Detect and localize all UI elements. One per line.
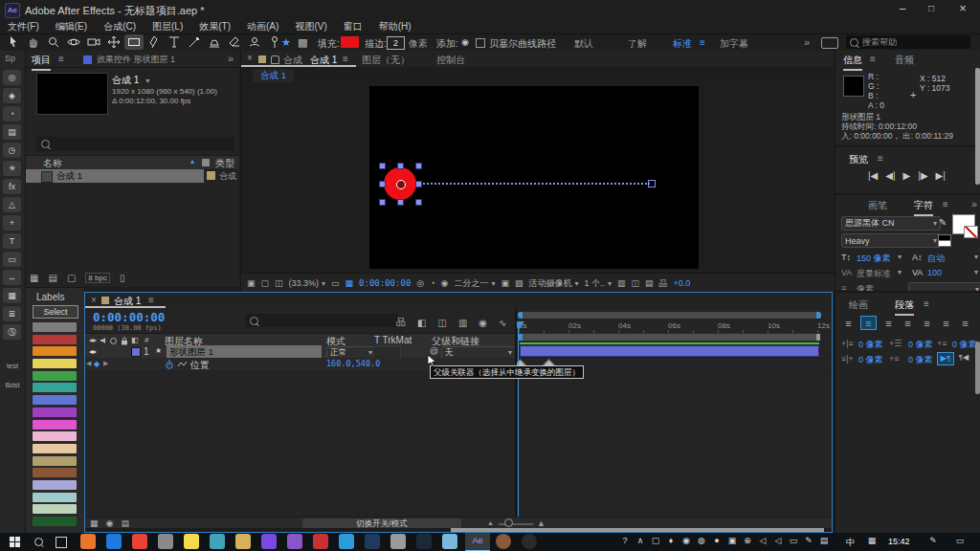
text-stroke-swatch[interactable] (964, 226, 978, 238)
taskbar-app-folder[interactable] (235, 534, 251, 549)
tab-info[interactable]: 信息 (843, 54, 862, 71)
comp-tab-close-icon[interactable]: × (247, 53, 253, 63)
timeline-panel-menu-icon[interactable]: ≡ (148, 295, 154, 305)
comp-panel-menu-icon[interactable]: ≡ (343, 54, 348, 64)
maximize-button[interactable]: □ (917, 0, 946, 19)
first-line-indent-value[interactable]: 0 像素 (858, 354, 883, 366)
tray-window-icon[interactable]: ▢ (649, 536, 662, 545)
taskbar-app-vscode[interactable] (339, 534, 354, 549)
property-name[interactable]: 位置 (190, 359, 210, 372)
shape-star-icon[interactable]: ★ (281, 36, 291, 49)
strip-stack-icon[interactable]: ≣ (3, 306, 21, 321)
menu-item[interactable]: 动画(A) (247, 20, 278, 33)
selection-handle[interactable] (415, 163, 422, 169)
labels-select-button[interactable]: Select (33, 305, 78, 319)
tray-help-icon[interactable]: ? (618, 536, 632, 545)
preview-panel-menu-icon[interactable]: ≡ (878, 153, 883, 164)
dock-scrollbar-bottom[interactable] (975, 342, 980, 394)
label-color-swatch[interactable] (33, 383, 77, 392)
add-label[interactable]: 添加: (436, 37, 458, 51)
project-row-comp[interactable]: 合成 1 合成 (26, 169, 239, 183)
taskbar-app-flame[interactable] (287, 534, 302, 549)
work-area-bar[interactable] (518, 333, 821, 342)
tray-mic-icon[interactable]: ♦ (664, 536, 678, 545)
label-color-swatch[interactable] (33, 504, 77, 514)
label-color-swatch[interactable] (33, 456, 77, 466)
channel-icon[interactable]: ◉ (441, 278, 449, 288)
navigator-start-handle[interactable] (518, 312, 523, 319)
roto-brush-tool[interactable] (245, 34, 264, 50)
project-col-type[interactable]: 类型 (215, 157, 234, 170)
selection-handle[interactable] (379, 181, 386, 187)
label-color-swatch[interactable] (33, 395, 77, 405)
view-layout-dropdown[interactable]: 1 个..▾ (585, 277, 612, 290)
tracking-value[interactable]: 100 (927, 268, 942, 277)
tray-pen-icon[interactable]: ✎ (926, 536, 940, 545)
tab-paint[interactable]: 绘画 (849, 298, 868, 312)
time-ruler[interactable]: 0s02s04s06s08s10s12s (519, 321, 832, 330)
pixel-aspect-icon[interactable]: ▥ (617, 278, 626, 288)
character-overflow-icon[interactable]: » (971, 198, 977, 209)
project-tab-overflow-icon[interactable]: » (228, 53, 234, 64)
layer-row[interactable]: 1 ★ 形状图层 1 正常▾ @ 无▾ (85, 345, 515, 359)
navigator-end-handle[interactable] (816, 312, 821, 319)
fast-previews-icon[interactable]: ◫ (632, 278, 640, 288)
comp-mini-flowchart-icon[interactable]: 品 (396, 316, 406, 329)
label-color-swatch[interactable] (33, 359, 77, 368)
tray-network-icon[interactable]: ⊕ (741, 536, 754, 545)
label-color-swatch[interactable] (33, 444, 77, 453)
layer-color-swatch[interactable] (131, 347, 141, 357)
timeline-button-icon[interactable]: ▤ (645, 278, 654, 288)
tray-notification-icon[interactable]: ▭ (953, 536, 967, 545)
stroke-width-field[interactable]: 2 (387, 36, 405, 50)
motion-path-end-keyframe[interactable] (648, 180, 656, 187)
taskbar-app-notes[interactable] (184, 534, 199, 549)
tab-preview[interactable]: 预览 (849, 153, 868, 166)
camera-dropdown[interactable]: 活动摄像机▾ (529, 277, 579, 290)
zoom-in-mountain-icon[interactable]: ▲ (537, 518, 546, 528)
layer-name[interactable]: 形状图层 1 (167, 345, 213, 358)
new-comp-icon[interactable]: ▢ (67, 273, 76, 283)
property-value[interactable]: 160.0,540.0 (326, 359, 380, 368)
tab-character[interactable]: 字符 (914, 199, 933, 216)
menu-item[interactable]: 图层(L) (152, 20, 183, 33)
expand-inout-icon[interactable]: ◉ (106, 518, 114, 528)
stroke-unit-value[interactable]: 像素 (857, 283, 874, 291)
label-color-swatch[interactable] (33, 322, 77, 332)
layer-visibility-icon[interactable] (88, 348, 98, 356)
next-keyframe-icon[interactable]: ▶ (103, 360, 108, 367)
timeline-hscroll-thumb[interactable] (451, 528, 824, 532)
selection-handle[interactable] (379, 199, 386, 206)
tray-battery-icon[interactable]: ▭ (787, 536, 800, 545)
pan-behind-tool[interactable] (104, 34, 123, 50)
strip-layers-icon[interactable]: ▤ (3, 124, 21, 140)
current-time-indicator[interactable] (518, 321, 519, 517)
taskbar-app-after-effects[interactable]: Ae (465, 533, 490, 551)
time-navigator[interactable] (518, 312, 821, 319)
grid-guides-icon[interactable]: ▨ (515, 278, 523, 288)
work-area-end[interactable] (816, 334, 820, 341)
strip-sphere-icon[interactable]: ◔ (3, 106, 21, 121)
label-column-icon[interactable] (202, 159, 210, 166)
task-view-icon[interactable] (56, 537, 67, 548)
timeline-search-box[interactable] (245, 314, 398, 327)
strip-label-test[interactable]: test (0, 362, 25, 370)
orbit-camera-tool[interactable] (64, 34, 83, 50)
tab-paragraph[interactable]: 段落 (895, 298, 914, 316)
current-time-display[interactable]: 0:00:00:00 (93, 310, 165, 324)
ltr-direction-button[interactable]: ▶¶ (937, 352, 954, 365)
align-left-button[interactable]: ≡ (841, 317, 856, 329)
anchor-point[interactable] (396, 180, 406, 189)
fill-color-swatch[interactable] (341, 36, 359, 48)
prev-keyframe-icon[interactable]: ◀ (86, 360, 91, 367)
transport-button[interactable]: |▶ (918, 170, 927, 181)
timeline-hscroll-track[interactable] (85, 528, 832, 532)
label-color-swatch[interactable] (33, 346, 77, 356)
strip-rect-icon[interactable]: ▭ (3, 252, 21, 267)
zoom-slider-knob[interactable] (504, 518, 513, 527)
timeline-tab-close-icon[interactable]: × (91, 295, 97, 305)
viewer-area[interactable] (241, 82, 834, 273)
label-color-swatch[interactable] (33, 468, 77, 477)
workspace-switcher-icon[interactable] (821, 37, 838, 49)
strip-script-icon[interactable]: Ⓢ (3, 324, 21, 340)
